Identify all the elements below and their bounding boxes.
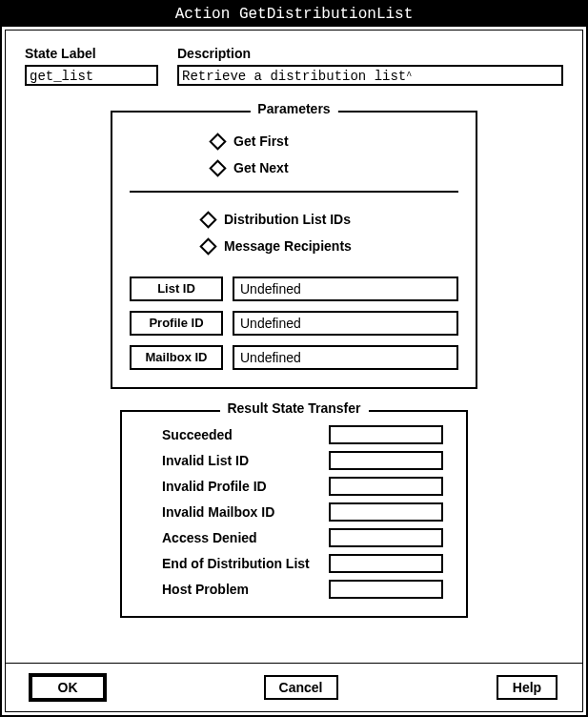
top-fields-row: State Label get_list Description Retriev… (25, 46, 563, 86)
diamond-icon (199, 211, 216, 228)
result-label: End of Distribution List (162, 556, 329, 571)
diamond-icon (209, 133, 226, 150)
list-id-value[interactable]: Undefined (233, 277, 458, 301)
help-button[interactable]: Help (497, 675, 558, 700)
result-label: Access Denied (162, 530, 329, 545)
dialog-window: Action GetDistributionList State Label g… (0, 0, 588, 717)
list-id-row: List ID Undefined (130, 277, 458, 301)
result-label: Invalid Profile ID (162, 479, 329, 494)
radio-get-next[interactable]: Get Next (130, 154, 458, 181)
radio-label: Get Next (233, 160, 376, 175)
result-field-access-denied[interactable] (329, 528, 443, 547)
mailbox-id-label[interactable]: Mailbox ID (130, 345, 223, 370)
parameters-group: Parameters Get First Get Next D (111, 111, 477, 389)
result-access-denied: Access Denied (162, 528, 443, 547)
parameters-legend: Parameters (250, 101, 337, 116)
result-label: Invalid List ID (162, 453, 329, 468)
parameters-divider (130, 191, 458, 193)
ok-button[interactable]: OK (30, 675, 105, 700)
result-label: Host Problem (162, 582, 329, 597)
cancel-button[interactable]: Cancel (264, 675, 338, 700)
description-field: Description Retrieve a distribution list… (177, 46, 563, 86)
result-host-problem: Host Problem (162, 580, 443, 599)
result-state-transfer-group: Result State Transfer Succeeded Invalid … (120, 410, 468, 618)
titlebar: Action GetDistributionList (2, 2, 586, 27)
result-field-invalid-mailbox-id[interactable] (329, 502, 443, 522)
result-invalid-mailbox-id: Invalid Mailbox ID (162, 502, 443, 522)
result-field-succeeded[interactable] (329, 425, 443, 444)
state-label-caption: State Label (25, 46, 158, 61)
result-label: Succeeded (162, 427, 329, 442)
radio-distribution-list-ids[interactable]: Distribution List IDs (130, 206, 458, 233)
result-invalid-list-id: Invalid List ID (162, 451, 443, 470)
list-id-label[interactable]: List ID (130, 277, 223, 301)
description-input[interactable]: Retrieve a distribution list^ (177, 65, 563, 86)
profile-id-value[interactable]: Undefined (233, 311, 458, 336)
radio-label: Get First (233, 133, 376, 149)
result-field-invalid-profile-id[interactable] (329, 477, 443, 496)
state-label-field: State Label get_list (25, 46, 158, 86)
window-title: Action GetDistributionList (175, 6, 414, 23)
result-end-of-distribution-list: End of Distribution List (162, 554, 443, 573)
mailbox-id-value[interactable]: Undefined (233, 345, 458, 370)
profile-id-label[interactable]: Profile ID (130, 311, 223, 336)
profile-id-row: Profile ID Undefined (130, 311, 458, 336)
button-bar: OK Cancel Help (6, 663, 582, 711)
result-legend: Result State Transfer (219, 400, 368, 416)
description-caption: Description (177, 46, 563, 61)
radio-get-first[interactable]: Get First (130, 128, 458, 154)
radio-label: Distribution List IDs (224, 212, 386, 227)
result-field-host-problem[interactable] (329, 580, 443, 599)
result-succeeded: Succeeded (162, 425, 443, 444)
result-field-end-of-list[interactable] (329, 554, 443, 573)
diamond-icon (199, 237, 216, 255)
state-label-input[interactable]: get_list (25, 65, 158, 86)
mailbox-id-row: Mailbox ID Undefined (130, 345, 458, 370)
result-invalid-profile-id: Invalid Profile ID (162, 477, 443, 496)
radio-message-recipients[interactable]: Message Recipients (130, 233, 458, 259)
radio-label: Message Recipients (224, 238, 386, 254)
result-label: Invalid Mailbox ID (162, 504, 329, 520)
dialog-content: State Label get_list Description Retriev… (2, 27, 586, 715)
diamond-icon (209, 159, 226, 176)
result-field-invalid-list-id[interactable] (329, 451, 443, 470)
id-rows: List ID Undefined Profile ID Undefined M… (130, 277, 458, 370)
